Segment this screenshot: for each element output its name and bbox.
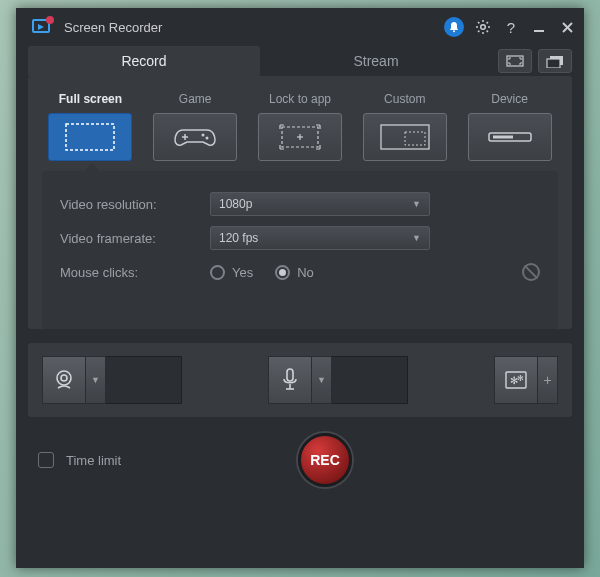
- tab-bar: Record Stream: [16, 46, 584, 76]
- tab-record[interactable]: Record: [28, 46, 260, 76]
- source-row: Full screen Game Lock to app Custom: [28, 76, 572, 171]
- overlay-add[interactable]: +: [538, 356, 558, 404]
- fullscreen-preview-button[interactable]: [498, 49, 532, 73]
- settings-area: Video resolution: 1080p Video framerate:…: [42, 171, 558, 329]
- source-game[interactable]: Game: [147, 92, 244, 161]
- svg-rect-33: [287, 369, 293, 381]
- svg-marker-1: [38, 24, 44, 30]
- resolution-label: Video resolution:: [60, 197, 210, 212]
- webcam-dropdown[interactable]: ▼: [86, 356, 106, 404]
- footer: Time limit REC: [16, 417, 584, 487]
- toolbar: ▼ ▼ ✻✻ +: [28, 343, 572, 417]
- svg-rect-19: [66, 124, 114, 150]
- mouse-clicks-yes[interactable]: Yes: [210, 265, 253, 280]
- close-button[interactable]: [558, 18, 576, 36]
- overlay-button[interactable]: ✻✻: [494, 356, 538, 404]
- svg-point-31: [57, 371, 71, 385]
- notification-icon[interactable]: [444, 17, 464, 37]
- svg-point-3: [453, 30, 455, 32]
- app-title: Screen Recorder: [64, 20, 444, 35]
- mic-preview: [332, 356, 408, 404]
- titlebar: Screen Recorder ?: [16, 8, 584, 46]
- window-preview-button[interactable]: [538, 49, 572, 73]
- tab-stream[interactable]: Stream: [260, 46, 492, 76]
- mic-group: ▼: [268, 356, 408, 404]
- time-limit-label: Time limit: [66, 453, 121, 468]
- mic-dropdown[interactable]: ▼: [312, 356, 332, 404]
- custom-icon: [363, 113, 447, 161]
- mouse-clicks-label: Mouse clicks:: [60, 265, 210, 280]
- svg-rect-30: [493, 136, 513, 139]
- settings-icon[interactable]: [474, 18, 492, 36]
- source-device[interactable]: Device: [461, 92, 558, 161]
- webcam-button[interactable]: [42, 356, 86, 404]
- time-limit-checkbox[interactable]: [38, 452, 54, 468]
- svg-text:✻: ✻: [517, 374, 524, 383]
- device-icon: [468, 113, 552, 161]
- mouse-clicks-no[interactable]: No: [275, 265, 314, 280]
- svg-line-12: [487, 22, 488, 23]
- app-window: Screen Recorder ? Record Stream: [16, 8, 584, 568]
- svg-rect-28: [405, 132, 425, 145]
- svg-rect-18: [547, 59, 560, 68]
- game-icon: [153, 113, 237, 161]
- record-button[interactable]: REC: [298, 433, 352, 487]
- disabled-icon: [522, 263, 540, 281]
- svg-point-22: [202, 134, 205, 137]
- svg-line-11: [478, 31, 479, 32]
- overlay-group: ✻✻ +: [494, 356, 558, 404]
- resolution-select[interactable]: 1080p: [210, 192, 430, 216]
- source-fullscreen[interactable]: Full screen: [42, 92, 139, 161]
- svg-point-2: [46, 16, 54, 24]
- source-custom[interactable]: Custom: [356, 92, 453, 161]
- svg-line-9: [478, 22, 479, 23]
- minimize-button[interactable]: [530, 18, 548, 36]
- lock-to-app-icon: [258, 113, 342, 161]
- source-lock-to-app[interactable]: Lock to app: [252, 92, 349, 161]
- svg-point-32: [61, 375, 67, 381]
- title-actions: ?: [444, 17, 576, 37]
- framerate-select[interactable]: 120 fps: [210, 226, 430, 250]
- svg-point-4: [481, 25, 486, 30]
- record-panel: Full screen Game Lock to app Custom: [28, 76, 572, 329]
- webcam-group: ▼: [42, 356, 182, 404]
- mic-button[interactable]: [268, 356, 312, 404]
- app-icon: [30, 14, 56, 40]
- framerate-label: Video framerate:: [60, 231, 210, 246]
- svg-line-10: [487, 31, 488, 32]
- help-icon[interactable]: ?: [502, 18, 520, 36]
- svg-point-23: [206, 137, 209, 140]
- fullscreen-icon: [48, 113, 132, 161]
- webcam-preview: [106, 356, 182, 404]
